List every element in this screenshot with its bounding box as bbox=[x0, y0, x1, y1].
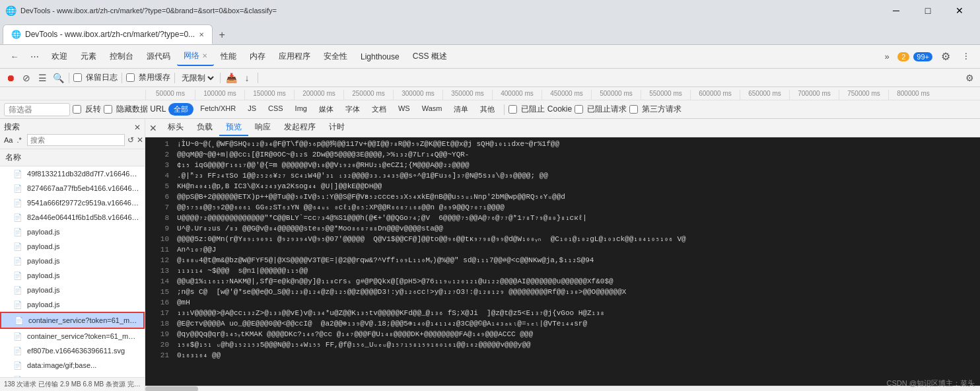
disable-cache-checkbox[interactable] bbox=[126, 73, 135, 82]
filter-chip-Wasm[interactable]: Wasm bbox=[417, 103, 448, 116]
hide-data-url-checkbox[interactable] bbox=[104, 105, 112, 114]
right-panel-close-icon[interactable]: ✕ bbox=[149, 123, 157, 133]
filter-chip-WS[interactable]: WS bbox=[393, 103, 415, 116]
network-list-item[interactable]: 📄 payload.js bbox=[0, 254, 145, 268]
filter-input[interactable] bbox=[4, 103, 70, 116]
blocked-request-label[interactable]: 已阻止请求 bbox=[587, 104, 627, 115]
network-list-item[interactable]: 📄 82a446e06441f6b1d5b8.v1664636396611.cs… bbox=[0, 210, 145, 225]
line-content: KH@n₄₀₄₁@p,B IC3\@X₄₂₄₃ya2Ksog₄₄ @U|]@@k… bbox=[177, 181, 382, 192]
devtools-tab-安全性[interactable]: 安全性 bbox=[317, 48, 354, 66]
search-close-icon[interactable]: ✕ bbox=[134, 123, 141, 132]
line-content: @₁₀₈ᵤ4@t@m&@bz@W@FYF5@|@XS@@@@V3T@E=|@2@… bbox=[177, 255, 594, 266]
devtools-settings-icon[interactable]: ⋯ bbox=[25, 48, 44, 66]
filter-chip-文档[interactable]: 文档 bbox=[367, 103, 392, 116]
line-content: @@pS@B+2@@@@@@ETX)p++@@Tu@@₅₀IV@₅₁:Y@@S@… bbox=[177, 192, 565, 202]
devtools-tab-Lighthouse[interactable]: Lighthouse bbox=[354, 48, 406, 66]
preserve-log-checkbox[interactable] bbox=[73, 73, 82, 82]
network-list[interactable]: 📄 49f8133211db32d8d7f7.v1664636396611.js… bbox=[0, 166, 145, 377]
blocked-cookie-label[interactable]: 已阻止 Cookie bbox=[521, 104, 572, 115]
filter-chip-其他[interactable]: 其他 bbox=[475, 103, 500, 116]
right-panel-tab-预览[interactable]: 预览 bbox=[219, 120, 248, 136]
devtools-tab-内存[interactable]: 内存 bbox=[243, 48, 272, 66]
network-list-item[interactable]: 📄 8274667aa77fb5eb4166.v1664636396611.cs… bbox=[0, 181, 145, 196]
network-list-item[interactable]: 📄 cb37b5f1116b45ad9cb02a362293a42a.jpg?s… bbox=[0, 373, 145, 377]
preserve-log-label[interactable]: 保留日志 bbox=[86, 72, 118, 83]
tab-close-icon[interactable]: ✕ bbox=[199, 31, 204, 38]
hide-data-url-label[interactable]: 隐藏数据 URL bbox=[116, 104, 166, 115]
clear-button[interactable]: ⊘ bbox=[20, 71, 33, 85]
line-content: ₁₁₃₁₁₄ ~$@@@ s@n1|@@@@@@₁₁₅@@ bbox=[177, 266, 308, 276]
blocked-cookie-checkbox[interactable] bbox=[508, 105, 517, 114]
clear-search-icon[interactable]: ✕ bbox=[137, 135, 143, 145]
export-button[interactable]: ↓ bbox=[240, 71, 254, 85]
right-content-preview[interactable]: 1¡ÌU~0~@(¸@WF@SHQ₀₁₂@₃₄@F@T\f@@₅₆p@@狗@@1… bbox=[145, 137, 980, 386]
maximize-button[interactable]: □ bbox=[913, 0, 943, 21]
minimize-button[interactable]: ─ bbox=[881, 0, 911, 21]
filter-chip-Fetch/XHR[interactable]: Fetch/XHR bbox=[195, 103, 241, 116]
network-list-item[interactable]: 📄 container_service?token=61_mbFcUw8J96D… bbox=[0, 312, 145, 329]
blocked-request-checkbox[interactable] bbox=[575, 105, 583, 114]
network-item-file-icon: 📄 bbox=[13, 184, 24, 192]
devtools-more-tabs[interactable]: » bbox=[878, 48, 896, 66]
network-list-item[interactable]: 📄 ef807be.v1664636396611.svg bbox=[0, 343, 145, 358]
network-list-item[interactable]: 📄 container_service?token=61_mbFcUw8J96D… bbox=[0, 329, 145, 343]
network-tab-close[interactable]: ✕ bbox=[202, 52, 207, 59]
network-item-name: payload.js bbox=[27, 271, 60, 279]
filter-chip-清单[interactable]: 清单 bbox=[448, 103, 473, 116]
close-button[interactable]: ✕ bbox=[944, 0, 975, 21]
filter-chip-字体[interactable]: 字体 bbox=[340, 103, 365, 116]
devtools-tab-控制台[interactable]: 控制台 bbox=[103, 48, 140, 66]
code-line: 2@@qM@@~@@+m|@@cc₁[@IR@0OC~@₁₂s 2Dw@@5@@… bbox=[145, 149, 980, 160]
devtools-tab-性能[interactable]: 性能 bbox=[214, 48, 243, 66]
network-list-item[interactable]: 📄 payload.js bbox=[0, 283, 145, 297]
devtools-tab-网络[interactable]: 网络✕ bbox=[177, 48, 214, 66]
devtools-tab-应用程序[interactable]: 应用程序 bbox=[272, 48, 317, 66]
filter-chip-媒体[interactable]: 媒体 bbox=[314, 103, 339, 116]
devtools-tab-欢迎[interactable]: 欢迎 bbox=[45, 48, 74, 66]
devtools-more-icon[interactable]: ︙ bbox=[956, 48, 975, 66]
network-item-file-icon: 📄 bbox=[15, 316, 26, 324]
network-list-item[interactable]: 📄 payload.js bbox=[0, 297, 145, 312]
right-panel-tab-计时[interactable]: 计时 bbox=[322, 120, 351, 136]
filter-chip-CSS[interactable]: CSS bbox=[263, 103, 289, 116]
filter-toggle-button[interactable]: ☰ bbox=[36, 71, 49, 85]
devtools-gear-icon[interactable]: ⚙ bbox=[936, 48, 955, 66]
import-button[interactable]: 📥 bbox=[225, 71, 238, 85]
throttle-select[interactable]: 无限制 bbox=[179, 73, 216, 83]
third-party-label[interactable]: 第三方请求 bbox=[642, 104, 682, 115]
right-panel-tab-标头[interactable]: 标头 bbox=[161, 120, 190, 136]
network-list-item[interactable]: 📄 payload.js bbox=[0, 268, 145, 283]
devtools-back-icon[interactable]: ← bbox=[5, 48, 24, 66]
scrollbar-thumb[interactable] bbox=[145, 386, 198, 391]
filter-chip-Img[interactable]: Img bbox=[290, 103, 312, 116]
network-list-item[interactable]: 📄 9541a666f29772c9519a.v1664636396611.js bbox=[0, 196, 145, 210]
right-bottom-scrollbar[interactable] bbox=[145, 386, 980, 391]
record-button[interactable]: ⏺ bbox=[4, 71, 17, 85]
right-panel-tab-发起程序[interactable]: 发起程序 bbox=[277, 120, 322, 136]
settings-inline-icon[interactable]: ⚙ bbox=[963, 71, 976, 85]
devtools-tab-源代码[interactable]: 源代码 bbox=[140, 48, 177, 66]
filter-chip-全部[interactable]: 全部 bbox=[168, 103, 193, 116]
right-panel-tab-响应[interactable]: 响应 bbox=[248, 120, 277, 136]
code-line: 20₁₅₀$@₁₅₁ ᵤ@h@₁₅₂₁₅₃5@@@N@@₁₅₄W₁₅₅ FF,@… bbox=[145, 339, 980, 350]
network-list-item[interactable]: 📄 payload.js bbox=[0, 239, 145, 254]
invert-checkbox[interactable] bbox=[73, 105, 81, 114]
third-party-checkbox[interactable] bbox=[629, 105, 638, 114]
new-tab-button[interactable]: + bbox=[213, 26, 231, 44]
network-list-item[interactable]: 📄 data:image/gif;base... bbox=[0, 358, 145, 373]
network-item-name: 8274667aa77fb5eb4166.v1664636396611.css bbox=[27, 184, 145, 192]
network-list-item[interactable]: 📄 payload.js bbox=[0, 225, 145, 239]
filter-chip-JS[interactable]: JS bbox=[242, 103, 262, 116]
browser-tab-active[interactable]: 🌐 DevTools - www.ibox.art/zh-cn/market/?… bbox=[3, 24, 213, 44]
network-item-file-icon: 📄 bbox=[13, 170, 24, 178]
line-number: 1 bbox=[151, 139, 169, 149]
search-input[interactable] bbox=[27, 134, 125, 146]
right-panel-tab-负载[interactable]: 负载 bbox=[190, 120, 219, 136]
refresh-search-icon[interactable]: ↺ bbox=[127, 135, 134, 145]
invert-label[interactable]: 反转 bbox=[85, 104, 101, 115]
disable-cache-label[interactable]: 禁用缓存 bbox=[139, 72, 170, 83]
devtools-tab-元素[interactable]: 元素 bbox=[74, 48, 103, 66]
devtools-tab-CSS概述[interactable]: CSS 概述 bbox=[406, 48, 454, 66]
network-list-item[interactable]: 📄 49f8133211db32d8d7f7.v1664636396611.js bbox=[0, 166, 145, 181]
search-button[interactable]: 🔍 bbox=[52, 71, 65, 85]
